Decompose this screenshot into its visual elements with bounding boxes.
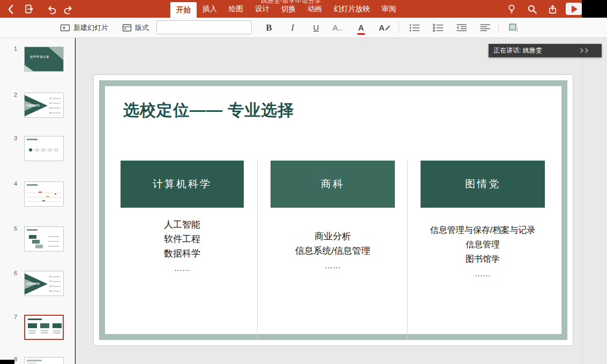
slide-thumbnail-6[interactable]: CONTENTS 01 02 03 04 (24, 271, 64, 296)
column-item-ellipsis: …… (121, 261, 244, 275)
present-button[interactable] (566, 3, 582, 15)
thumb-art (28, 332, 36, 333)
slide-thumbnail-4[interactable] (24, 181, 64, 207)
thumb-art (55, 148, 58, 151)
tab-slideshow[interactable]: 幻灯片放映 (328, 0, 376, 18)
redo-icon[interactable] (63, 4, 76, 14)
slide-thumbnail-panel: 1 留学申请分享 2 CONTENTS 01 02 03 04 3 (0, 38, 75, 364)
thumb-art (41, 332, 48, 333)
thumb-art (48, 148, 51, 151)
slide-number: 3 (14, 135, 17, 141)
thumb-art (29, 235, 36, 239)
tab-insert[interactable]: 插入 (197, 0, 223, 18)
toolbar-separator (399, 22, 399, 33)
font-formatting-button[interactable]: A.. (328, 18, 347, 37)
tab-review[interactable]: 审阅 (376, 0, 402, 18)
formatting-toolbar: 新建幻灯片 版式 B I U A.. A A (0, 18, 607, 38)
font-color-button[interactable]: A (351, 18, 371, 37)
font-name-select[interactable] (156, 20, 252, 34)
slide-number: 4 (14, 180, 17, 187)
thumb-art (32, 240, 40, 244)
thumb-art (28, 330, 36, 331)
column-item-ellipsis: …… (271, 258, 395, 272)
indent-button[interactable] (452, 18, 471, 37)
ribbon-tabs: 开始 插入 绘图 设计 切换 动画 幻灯片放映 审阅 (170, 0, 402, 18)
slide-thumbnail-3[interactable] (24, 136, 64, 161)
slide-thumbnail-1[interactable]: 留学申请分享 (24, 47, 64, 72)
tab-transitions[interactable]: 切换 (275, 0, 302, 18)
column-items-business[interactable]: 商业分析 信息系统/信息管理 …… (271, 229, 395, 272)
slide-thumbnail-2[interactable]: CONTENTS 01 02 03 04 (24, 93, 64, 118)
slide-title[interactable]: 选校定位—— 专业选择 (123, 100, 294, 122)
column-items-computer-science[interactable]: 人工智能 软件工程 数据科学 …… (121, 217, 244, 275)
tab-draw[interactable]: 绘图 (223, 0, 249, 18)
slide-number: 2 (14, 92, 17, 98)
thumb-art (35, 245, 43, 248)
column-item-ellipsis: …… (421, 266, 545, 280)
underline-button[interactable]: U (306, 18, 326, 37)
undo-icon[interactable] (46, 4, 59, 14)
slide-thumbnail-8[interactable] (24, 357, 64, 364)
file-export-icon[interactable] (24, 4, 36, 14)
thumb-art (46, 196, 49, 197)
column-item: 软件工程 (121, 232, 244, 246)
shape-fill-icon (508, 23, 519, 32)
italic-button[interactable]: I (283, 18, 302, 37)
thumb-art (53, 330, 61, 331)
thumb-art (27, 139, 38, 140)
thumb-contents-text: CONTENTS (26, 283, 40, 285)
column-header-lis[interactable]: 图情党 (421, 161, 545, 208)
speaking-text: 正在讲话: 姚雅雯 (493, 46, 542, 55)
slide-thumbnail-5[interactable] (24, 226, 64, 252)
font-color-swatch (357, 33, 365, 35)
column-item: 信息系统/信息管理 (271, 244, 395, 258)
column-item: 商业分析 (271, 229, 395, 244)
speaking-indicator[interactable]: 正在讲话: 姚雅雯 (489, 44, 602, 57)
search-icon[interactable] (527, 3, 541, 15)
align-left-icon (480, 24, 491, 32)
slide-number: 6 (14, 270, 17, 276)
thumb-art (42, 200, 45, 201)
editing-canvas[interactable]: 选校定位—— 专业选择 计算机科学 商科 图情党 人工智能 软件工程 数据科学 … (76, 38, 607, 364)
new-slide-label: 新建幻灯片 (73, 23, 108, 33)
letterbox-bottom-left (0, 360, 14, 364)
shape-fill-button[interactable] (504, 18, 523, 37)
column-divider[interactable] (257, 161, 258, 338)
bullet-list-button[interactable] (405, 18, 424, 37)
thumb-entries: 01 02 03 04 (49, 97, 61, 114)
tab-animations[interactable]: 动画 (302, 0, 328, 18)
column-header-computer-science[interactable]: 计算机科学 (121, 161, 244, 208)
thumb-art (27, 362, 36, 363)
column-item: 数据科学 (121, 246, 244, 261)
thumb-art (27, 184, 38, 186)
thumb-art (40, 323, 49, 328)
slide-thumbnail-7-selected[interactable] (24, 315, 64, 340)
column-item: 人工智能 (121, 217, 244, 232)
column-header-business[interactable]: 商科 (271, 161, 395, 208)
layout-label: 版式 (135, 23, 149, 33)
column-items-lis[interactable]: 信息管理与保存/档案与记录 信息管理 图书馆学 …… (421, 223, 545, 280)
bold-button[interactable]: B (259, 18, 279, 37)
thumb-entries: 01 02 03 04 (49, 275, 61, 292)
tab-home[interactable]: 开始 (170, 2, 197, 18)
tab-design[interactable]: 设计 (249, 0, 275, 18)
align-button[interactable] (476, 18, 495, 37)
thumb-art (53, 332, 61, 333)
bullet-list-icon (409, 24, 420, 32)
canvas-right-edge (582, 38, 582, 364)
numbered-list-button[interactable] (429, 18, 448, 37)
layout-button[interactable]: 版式 (122, 18, 149, 37)
column-divider[interactable] (407, 161, 408, 338)
thumb-title-text: 留学申请分享 (30, 55, 49, 59)
share-icon[interactable] (548, 3, 561, 15)
pen-icon (385, 25, 391, 31)
back-chevron-icon[interactable] (5, 4, 18, 14)
new-slide-button[interactable]: 新建幻灯片 (60, 18, 108, 37)
text-effects-button[interactable]: A (375, 18, 394, 37)
ideas-lightbulb-icon[interactable] (507, 3, 521, 15)
collapse-chevrons-icon[interactable] (580, 48, 589, 54)
thumb-art (48, 246, 59, 247)
thumb-art (48, 241, 59, 242)
thumb-art (28, 318, 42, 320)
slide-7-canvas[interactable]: 选校定位—— 专业选择 计算机科学 商科 图情党 人工智能 软件工程 数据科学 … (94, 75, 573, 345)
